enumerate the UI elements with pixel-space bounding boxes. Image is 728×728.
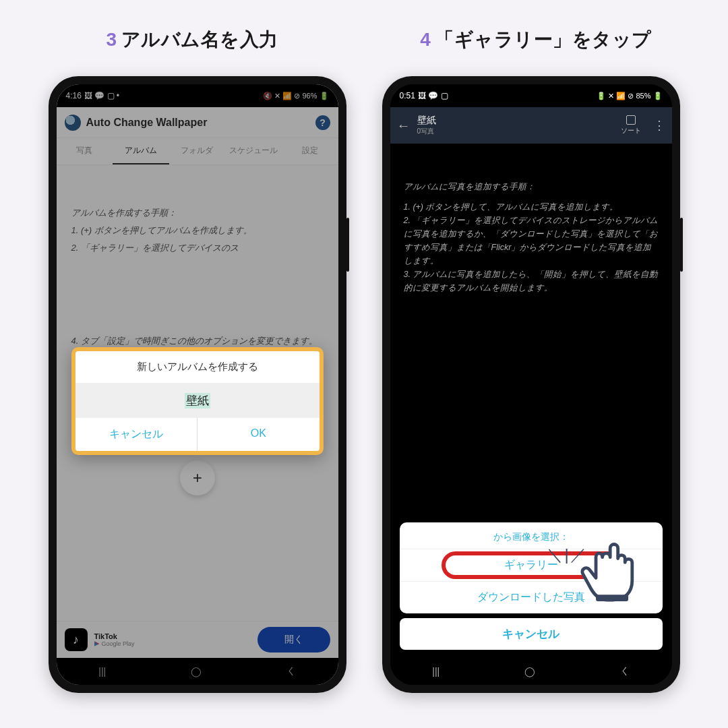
- back-arrow-icon[interactable]: ←: [397, 118, 411, 133]
- camera-notch: [527, 86, 535, 94]
- instruction-line: 3. アルバムに写真を追加したら、「開始」を押して、壁紙を自動的に変更するアルバ…: [404, 268, 659, 295]
- cancel-button[interactable]: キャンセル: [75, 418, 198, 451]
- status-icons-left: 🖼 💬 ▢: [418, 91, 448, 100]
- more-icon[interactable]: ⋮: [653, 118, 665, 133]
- nav-home[interactable]: ◯: [524, 666, 535, 677]
- sheet-cancel-button[interactable]: キャンセル: [400, 618, 663, 650]
- status-left: 0:51 🖼 💬 ▢: [400, 91, 448, 100]
- album-name-input[interactable]: 壁紙: [75, 384, 320, 418]
- instruction-line: 2. 「ギャラリー」を選択してデバイスのストレージからアルバムに写真を追加するか…: [404, 214, 659, 268]
- phone-frame-1: 4:16 🖼 💬 ▢ • 🔇 ✕ 📶 ⊘ 96% 🔋 Auto Change W…: [49, 76, 346, 693]
- phone-frame-2: 0:51 🖼 💬 ▢ 🔋 ✕ 📶 ⊘ 85% 🔋 ← 壁紙 0写真 ソート ⋮: [382, 76, 680, 693]
- step-number: 4: [420, 29, 431, 50]
- dialog-buttons: キャンセル OK: [75, 418, 320, 451]
- status-icons-right: 🔋 ✕ 📶 ⊘ 85% 🔋: [597, 92, 662, 100]
- nav-bar: ||| ◯ く: [390, 658, 672, 685]
- status-time: 0:51: [400, 91, 415, 100]
- ok-button[interactable]: OK: [198, 418, 320, 451]
- caption-step-4: 4「ギャラリー」をタップ: [364, 27, 708, 53]
- dialog-title: 新しいアルバムを作成する: [75, 351, 320, 384]
- svg-rect-0: [596, 595, 628, 601]
- header-text: 壁紙 0写真: [417, 115, 614, 136]
- caption-step-3: 3アルバム名を入力: [20, 27, 364, 53]
- sort-icon: [626, 115, 636, 125]
- phone-row: 4:16 🖼 💬 ▢ • 🔇 ✕ 📶 ⊘ 96% 🔋 Auto Change W…: [0, 76, 728, 693]
- create-album-dialog: 新しいアルバムを作成する 壁紙 キャンセル OK: [71, 347, 324, 455]
- nav-back[interactable]: く: [620, 665, 630, 677]
- nav-recents[interactable]: |||: [432, 666, 439, 677]
- album-title: 壁紙: [417, 115, 614, 127]
- step-text: アルバム名を入力: [121, 29, 278, 50]
- instructions-title: アルバムに写真を追加する手順：: [404, 180, 659, 193]
- tap-hand-icon: [580, 533, 645, 604]
- album-count: 0写真: [417, 127, 614, 136]
- camera-notch: [193, 86, 202, 94]
- instruction-line: 1. (+) ボタンを押して、アルバムに写真を追加します。: [404, 200, 659, 214]
- step-number: 3: [106, 29, 117, 50]
- step-text: 「ギャラリー」をタップ: [435, 29, 652, 50]
- screen-1: 4:16 🖼 💬 ▢ • 🔇 ✕ 📶 ⊘ 96% 🔋 Auto Change W…: [57, 84, 338, 685]
- step-captions: 3アルバム名を入力 4「ギャラリー」をタップ: [0, 0, 728, 76]
- sort-button[interactable]: ソート: [621, 115, 641, 135]
- status-right: 🔋 ✕ 📶 ⊘ 85% 🔋: [597, 92, 662, 100]
- screen-2: 0:51 🖼 💬 ▢ 🔋 ✕ 📶 ⊘ 85% 🔋 ← 壁紙 0写真 ソート ⋮: [390, 84, 672, 685]
- album-header: ← 壁紙 0写真 ソート ⋮: [390, 107, 672, 144]
